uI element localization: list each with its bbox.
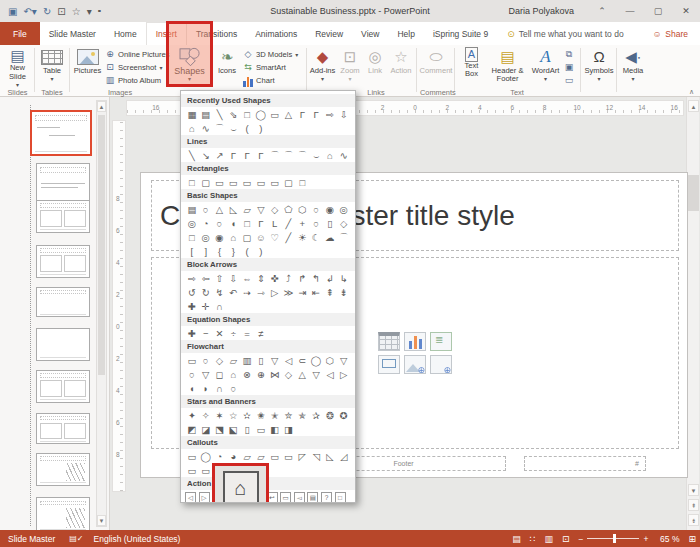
shape-cell[interactable]: ◖ bbox=[226, 217, 240, 230]
zoom-level[interactable]: 65 % bbox=[657, 534, 679, 544]
shape-cell[interactable]: ↶ bbox=[226, 286, 240, 299]
screenshot-button[interactable]: ⊡ Screenshot▾ bbox=[105, 61, 162, 73]
shape-cell[interactable]: ○ bbox=[213, 217, 227, 230]
chart-button[interactable]: Chart bbox=[243, 74, 275, 86]
shape-cell[interactable]: ( bbox=[240, 245, 254, 258]
shape-cell[interactable]: ✶ bbox=[213, 409, 227, 422]
shape-cell[interactable]: ▯ bbox=[240, 423, 254, 436]
new-slide-button[interactable]: ▤ New Slide▾ bbox=[2, 47, 33, 89]
shape-cell[interactable]: ▦ bbox=[185, 108, 199, 121]
shape-cell[interactable]: ⌒ bbox=[213, 122, 227, 135]
shape-cell[interactable]: ⬠ bbox=[282, 203, 296, 216]
shape-cell[interactable]: ◁ bbox=[185, 492, 196, 503]
shape-cell[interactable]: ⌂ bbox=[185, 122, 199, 135]
shape-cell[interactable]: ⊗ bbox=[240, 368, 254, 381]
shape-cell[interactable]: ▯ bbox=[254, 354, 268, 367]
wordart-button[interactable]: A WordArt▾ bbox=[529, 47, 562, 89]
shape-cell[interactable]: ◎ bbox=[199, 231, 213, 244]
tab-help[interactable]: Help bbox=[388, 22, 423, 45]
insert-online-table-icon[interactable] bbox=[430, 355, 452, 374]
shape-cell[interactable]: ⌣ bbox=[309, 149, 323, 162]
shape-cell[interactable]: ☺ bbox=[254, 231, 268, 244]
shape-cell[interactable]: ▷ bbox=[337, 368, 351, 381]
shape-cell[interactable]: ⌒ bbox=[282, 149, 296, 162]
shape-cell[interactable]: ▱ bbox=[254, 450, 268, 463]
language-label[interactable]: English (United States) bbox=[94, 534, 181, 544]
shape-cell[interactable]: ▷ bbox=[199, 492, 210, 503]
maximize-button[interactable]: ▢ bbox=[644, 0, 672, 22]
shape-cell[interactable]: ◁ bbox=[282, 354, 296, 367]
shape-cell[interactable]: ◕ bbox=[226, 450, 240, 463]
shape-cell[interactable]: ▭ bbox=[240, 176, 254, 189]
shape-cell[interactable]: ◅ bbox=[294, 492, 305, 503]
action-button[interactable]: ☆ Action bbox=[388, 47, 414, 89]
zoom-out-icon[interactable]: − bbox=[579, 534, 584, 544]
shape-cell[interactable]: ⇾ bbox=[254, 286, 268, 299]
shape-cell[interactable]: ↳ bbox=[337, 272, 351, 285]
shape-cell[interactable]: ✰ bbox=[309, 409, 323, 422]
shape-cell[interactable]: ▽ bbox=[309, 368, 323, 381]
scroll-up-icon[interactable]: ▲ bbox=[688, 100, 699, 112]
shape-cell[interactable]: ◸ bbox=[295, 450, 309, 463]
zoom-in-icon[interactable]: + bbox=[643, 534, 648, 544]
shape-cell[interactable]: ⌒ bbox=[268, 149, 282, 162]
shape-cell[interactable]: ◪ bbox=[199, 423, 213, 436]
shape-cell[interactable]: ⌂ bbox=[226, 368, 240, 381]
3d-models-button[interactable]: ◇ 3D Models▾ bbox=[243, 48, 298, 60]
shape-cell[interactable]: ⇩ bbox=[337, 108, 351, 121]
slide-sorter-icon[interactable]: ∷ bbox=[530, 534, 536, 544]
start-presentation-icon[interactable]: ⊡ bbox=[57, 6, 65, 17]
save-icon[interactable]: ▣ bbox=[8, 6, 17, 17]
minimize-button[interactable]: — bbox=[616, 0, 644, 22]
scroll-up-icon[interactable]: ▲ bbox=[97, 101, 106, 112]
shape-cell[interactable]: ╱ bbox=[282, 231, 296, 244]
shape-cell[interactable]: ▽ bbox=[199, 368, 213, 381]
shape-cell[interactable]: ◁ bbox=[323, 368, 337, 381]
shape-cell[interactable]: L bbox=[268, 217, 282, 230]
shape-cell[interactable]: ╲ bbox=[213, 108, 227, 121]
date-time-button[interactable]: ▭ bbox=[564, 74, 576, 86]
shape-cell[interactable]: ◧ bbox=[268, 423, 282, 436]
shape-cell[interactable]: ⌒ bbox=[337, 231, 351, 244]
shape-cell[interactable]: ↱ bbox=[295, 272, 309, 285]
header-footer-button[interactable]: ▤ Header & Footer bbox=[489, 47, 526, 89]
shape-cell[interactable]: ▤ bbox=[199, 108, 213, 121]
shape-cell[interactable]: ▷ bbox=[268, 286, 282, 299]
shape-cell[interactable]: ○ bbox=[185, 368, 199, 381]
shape-cell[interactable]: Γ bbox=[240, 149, 254, 162]
shape-cell[interactable]: ○ bbox=[226, 382, 240, 395]
shape-cell[interactable]: Γ bbox=[295, 108, 309, 121]
shape-cell[interactable]: ⌂ bbox=[323, 149, 337, 162]
shape-cell[interactable]: ❂ bbox=[323, 409, 337, 422]
insert-chart-icon[interactable] bbox=[404, 332, 426, 351]
shape-cell[interactable]: ⇢ bbox=[240, 286, 254, 299]
shape-cell[interactable]: ÷ bbox=[226, 327, 240, 340]
shape-cell[interactable]: ◗ bbox=[199, 382, 213, 395]
shape-cell[interactable]: ] bbox=[199, 245, 213, 258]
shape-cell[interactable]: ▭ bbox=[268, 450, 282, 463]
slide-layout-thumbnail[interactable] bbox=[36, 245, 90, 278]
shape-cell[interactable]: ✮ bbox=[282, 409, 296, 422]
tab-slide-master[interactable]: Slide Master bbox=[40, 22, 105, 45]
shape-cell[interactable]: ) bbox=[254, 122, 268, 135]
slide-layout-thumbnail[interactable] bbox=[36, 328, 90, 361]
shape-cell[interactable]: ◇ bbox=[337, 217, 351, 230]
shape-cell[interactable]: □ bbox=[240, 108, 254, 121]
shape-cell[interactable]: ✧ bbox=[199, 409, 213, 422]
shape-cell[interactable]: ◺ bbox=[323, 450, 337, 463]
shape-cell[interactable]: ◖ bbox=[185, 382, 199, 395]
slide-layout-thumbnail[interactable] bbox=[36, 163, 90, 204]
shape-cell[interactable]: ✬ bbox=[254, 409, 268, 422]
slide-layout-thumbnail[interactable] bbox=[36, 200, 90, 233]
tab-view[interactable]: View bbox=[352, 22, 388, 45]
shape-cell[interactable]: ◨ bbox=[282, 423, 296, 436]
pictures-button[interactable]: Pictures bbox=[72, 47, 103, 89]
comment-button[interactable]: ⬭ Comment bbox=[420, 47, 452, 89]
shape-cell[interactable]: + bbox=[295, 217, 309, 230]
shape-cell[interactable]: ▭ bbox=[268, 108, 282, 121]
shape-cell[interactable]: ☀ bbox=[295, 231, 309, 244]
shape-cell[interactable]: ↗ bbox=[213, 149, 227, 162]
icons-button[interactable]: ❧ Icons bbox=[214, 47, 240, 89]
media-button[interactable]: ◀∙ Media▾ bbox=[619, 47, 647, 89]
object-button[interactable]: ▣ bbox=[564, 61, 576, 73]
